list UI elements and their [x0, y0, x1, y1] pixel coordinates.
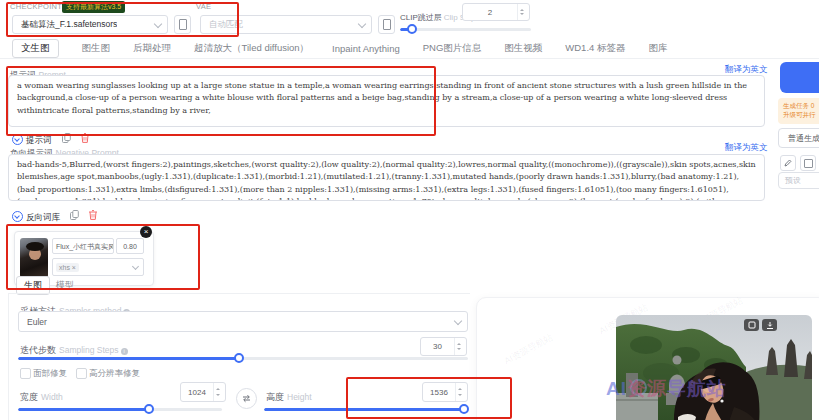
image-fullscreen-icon: [748, 321, 756, 329]
watermark-logo: [630, 379, 647, 396]
generate-button[interactable]: [780, 62, 819, 93]
panel-left-border: [8, 293, 9, 420]
chevron-down-icon: [154, 19, 162, 27]
stepper-down-icon[interactable]: [214, 392, 225, 401]
refresh-icon: [383, 19, 391, 30]
preset-input[interactable]: 预设: [778, 172, 819, 189]
tab-img2video[interactable]: 图生视频: [504, 42, 542, 55]
slider-handle[interactable]: [234, 353, 244, 363]
width-slider[interactable]: [18, 404, 222, 414]
stepper-arrows[interactable]: [517, 4, 529, 20]
swap-dimensions-button[interactable]: [236, 388, 257, 409]
stepper-up-icon[interactable]: [214, 383, 225, 392]
queue-status-box: 生成任务 0 升级可并行: [778, 98, 819, 124]
width-label-en: Width: [41, 392, 63, 402]
slider-handle[interactable]: [459, 404, 469, 414]
height-input[interactable]: 1536: [422, 382, 468, 402]
diagonal-watermark: AI资源导航站: [502, 331, 555, 368]
lora-remove-button[interactable]: ×: [140, 226, 152, 238]
tab-tiled-diffusion[interactable]: 超清放大（Tiled diffusion）: [194, 42, 309, 55]
chevron-down-icon: [454, 316, 462, 324]
height-label-zh: 高度: [266, 392, 284, 402]
pencil-icon: [784, 159, 792, 167]
lora-tag-select[interactable]: xhs ×: [52, 258, 144, 276]
subtab-model[interactable]: 模型: [56, 279, 74, 292]
chevron-down-icon: [132, 263, 139, 270]
hires-fix-checkbox[interactable]: [76, 368, 87, 379]
vae-label: VAE: [196, 2, 211, 11]
negative-textarea[interactable]: bad-hands-5,Blurred,(worst fingers:2),pa…: [8, 154, 765, 201]
preview-photo: [616, 315, 812, 420]
stepper-arrows[interactable]: [213, 383, 225, 401]
checkpoint-version-badge: 支持最新算法v3.5: [62, 1, 125, 13]
width-value: 1024: [181, 388, 213, 397]
queue-line2: 升级可并行: [783, 110, 819, 119]
clip-skip-label-zh: CLIP跳过层: [400, 13, 442, 22]
generate-mode-button[interactable]: 普通生成: [778, 128, 819, 148]
lora-name-field[interactable]: Flux_小红书真实风格...: [52, 238, 114, 254]
face-fix-label: 面部修复: [33, 368, 67, 380]
main-tabbar: 文生图 图生图 后期处理 超清放大（Tiled diffusion） Inpai…: [0, 38, 819, 59]
vae-refresh-button[interactable]: [378, 15, 395, 34]
refresh-icon: [179, 19, 187, 30]
stepper-up-icon[interactable]: [455, 338, 466, 347]
prompt-textarea[interactable]: a woman wearing sunglasses looking up at…: [8, 75, 765, 127]
negative-translate-link[interactable]: 翻译为英文: [725, 142, 768, 154]
sampler-value: Euler: [27, 317, 47, 327]
tab-gallery[interactable]: 图库: [648, 42, 667, 55]
checkpoint-value: 基础算法_F.1.safetensors: [21, 19, 117, 31]
clip-skip-input[interactable]: 2: [462, 3, 530, 21]
negative-library-button[interactable]: 反向词库: [12, 206, 60, 224]
image-download-icon: [766, 321, 774, 330]
edit-button[interactable]: [780, 155, 796, 171]
divider: [8, 293, 470, 294]
stepper-up-icon[interactable]: [518, 4, 529, 12]
lora-weight-field[interactable]: 0.80: [116, 238, 144, 254]
steps-slider[interactable]: [18, 353, 468, 363]
trash-icon[interactable]: [89, 210, 97, 220]
checkpoint-label: CHECKPOINT: [10, 2, 62, 11]
vae-select[interactable]: 自动匹配: [200, 15, 372, 34]
tab-wd14-tagger[interactable]: WD1.4 标签器: [565, 42, 625, 55]
negative-library-icon: [12, 211, 23, 222]
panel-button[interactable]: [800, 155, 816, 171]
sd-webui-window: CHECKPOINT 支持最新算法v3.5 基础算法_F.1.safetenso…: [0, 0, 819, 420]
slider-handle[interactable]: [407, 24, 417, 34]
stepper-up-icon[interactable]: [456, 383, 467, 392]
height-slider[interactable]: [264, 404, 468, 414]
queue-line1: 生成任务 0: [783, 101, 819, 110]
vae-placeholder: 自动匹配: [209, 19, 243, 31]
clip-skip-value: 2: [463, 8, 517, 17]
width-label-zh: 宽度: [20, 392, 38, 402]
clip-skip-slider[interactable]: [400, 24, 531, 34]
stepper-down-icon[interactable]: [518, 12, 529, 20]
tab-extras[interactable]: 后期处理: [133, 42, 171, 55]
tab-png-info[interactable]: PNG图片信息: [423, 42, 482, 55]
slider-handle[interactable]: [144, 404, 154, 414]
chevron-down-icon: [358, 19, 366, 27]
tab-inpaint-anything[interactable]: Inpaint Anything: [332, 43, 400, 54]
width-input[interactable]: 1024: [180, 382, 226, 402]
face-fix-checkbox[interactable]: [20, 368, 31, 379]
tab-txt2img[interactable]: 文生图: [12, 39, 59, 58]
height-label-en: Height: [287, 392, 312, 402]
tab-img2img[interactable]: 图生图: [82, 42, 111, 55]
image-action-button-1[interactable]: [744, 319, 759, 331]
height-value: 1536: [423, 388, 455, 397]
checkpoint-select[interactable]: 基础算法_F.1.safetensors: [12, 15, 168, 34]
swap-arrows-icon: [242, 394, 251, 403]
stepper-down-icon[interactable]: [456, 392, 467, 401]
image-action-button-2[interactable]: [762, 319, 777, 331]
square-icon: [804, 159, 813, 168]
sampler-select[interactable]: Euler: [18, 311, 468, 332]
generated-image-preview[interactable]: [616, 315, 812, 420]
steps-value: 30: [421, 342, 454, 351]
lora-tag-chip[interactable]: xhs ×: [56, 263, 79, 272]
lora-thumbnail: [20, 238, 48, 278]
hires-fix-label: 高分辨率修复: [89, 368, 140, 380]
copy-icon[interactable]: [70, 210, 79, 220]
stepper-arrows[interactable]: [455, 383, 467, 401]
checkpoint-refresh-button[interactable]: [174, 15, 191, 34]
